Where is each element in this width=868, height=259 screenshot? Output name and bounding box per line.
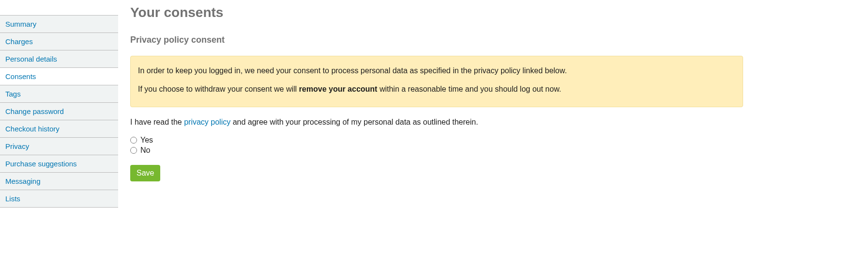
radio-yes-label: Yes xyxy=(140,135,153,146)
alert-line-2-pre: If you choose to withdraw your consent w… xyxy=(138,85,299,93)
radio-yes[interactable] xyxy=(130,137,137,144)
sidebar-item-summary[interactable]: Summary xyxy=(0,15,118,33)
sidebar-item-consents[interactable]: Consents xyxy=(0,67,118,85)
sidebar-item-personal-details[interactable]: Personal details xyxy=(0,50,118,68)
page-title: Your consents xyxy=(130,5,743,20)
sidebar-item-privacy[interactable]: Privacy xyxy=(0,137,118,155)
consent-pre: I have read the xyxy=(130,118,184,126)
sidebar: Summary Charges Personal details Consent… xyxy=(0,0,118,259)
radio-no[interactable] xyxy=(130,147,137,154)
sidebar-item-messaging[interactable]: Messaging xyxy=(0,172,118,190)
consent-statement: I have read the privacy policy and agree… xyxy=(130,118,743,127)
radio-row-yes[interactable]: Yes xyxy=(130,135,743,146)
alert-line-2-post: within a reasonable time and you should … xyxy=(377,85,561,93)
consent-radio-group: Yes No xyxy=(130,135,743,156)
sidebar-item-checkout-history[interactable]: Checkout history xyxy=(0,120,118,138)
sidebar-item-purchase-suggestions[interactable]: Purchase suggestions xyxy=(0,155,118,173)
section-title: Privacy policy consent xyxy=(130,35,743,45)
alert-line-2-bold: remove your account xyxy=(299,85,378,93)
sidebar-item-tags[interactable]: Tags xyxy=(0,85,118,103)
consent-alert: In order to keep you logged in, we need … xyxy=(130,56,743,107)
alert-line-1: In order to keep you logged in, we need … xyxy=(138,65,735,76)
radio-no-label: No xyxy=(140,146,150,156)
sidebar-item-change-password[interactable]: Change password xyxy=(0,102,118,120)
main-content: Your consents Privacy policy consent In … xyxy=(118,0,868,259)
alert-line-2: If you choose to withdraw your consent w… xyxy=(138,84,735,95)
save-button[interactable]: Save xyxy=(130,165,160,181)
radio-row-no[interactable]: No xyxy=(130,146,743,156)
consent-post: and agree with your processing of my per… xyxy=(230,118,478,126)
sidebar-item-lists[interactable]: Lists xyxy=(0,190,118,208)
sidebar-item-charges[interactable]: Charges xyxy=(0,32,118,50)
privacy-policy-link[interactable]: privacy policy xyxy=(184,118,230,126)
